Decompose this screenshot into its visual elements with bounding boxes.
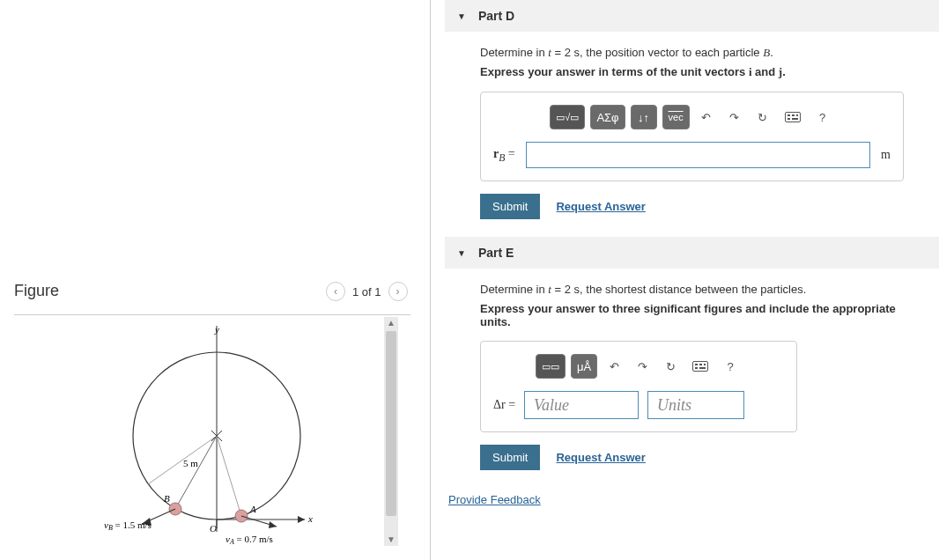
part-e-submit-button[interactable]: Submit [480,445,540,470]
subscript-button[interactable]: ↓↑ [631,105,657,129]
svg-marker-3 [298,516,305,523]
redo-button[interactable]: ↷ [723,105,746,129]
scroll-down-icon[interactable]: ▼ [387,534,396,546]
part-d-title: Part D [478,9,514,23]
figure-scrollbar[interactable]: ▲ ▼ [384,317,398,546]
keyboard-button[interactable] [687,354,713,379]
svg-line-8 [175,436,217,509]
keyboard-button[interactable] [780,105,806,129]
reset-button[interactable]: ↻ [751,105,774,129]
svg-text:A: A [249,504,256,514]
figure-divider [14,314,410,315]
part-e-instruction: Express your answer to three significant… [480,302,904,328]
svg-text:O: O [210,523,217,534]
figure-image: y x 5 m O A [14,317,384,553]
figure-heading: Figure [14,282,59,300]
caret-down-icon: ▼ [457,248,466,258]
part-e-units-input[interactable]: Units [647,391,744,419]
figure-pager: 1 of 1 [352,285,381,298]
templates-button[interactable]: ▭√▭ [550,105,585,129]
svg-text:5 m: 5 m [183,458,198,468]
keyboard-icon [785,112,801,122]
svg-text:B: B [164,493,170,504]
part-d-prompt: Determine in t = 2 s, the position vecto… [480,46,904,60]
part-e-value-input[interactable]: Value [524,391,639,419]
svg-line-10 [148,436,217,484]
svg-line-9 [217,436,241,516]
keyboard-icon [692,361,708,372]
part-e-variable-label: Δr = [493,398,515,412]
part-e-prompt: Determine in t = 2 s, the shortest dista… [480,283,904,297]
part-e-title: Part E [478,246,514,260]
figure-next-button[interactable]: › [388,282,408,301]
part-e-request-answer-link[interactable]: Request Answer [556,451,645,464]
scroll-up-icon[interactable]: ▲ [387,317,396,329]
part-e-header[interactable]: ▼ Part E [445,237,939,269]
help-button[interactable]: ? [719,354,742,379]
help-button[interactable]: ? [811,105,834,129]
reset-button[interactable]: ↻ [659,354,682,379]
svg-text:y: y [214,324,219,335]
units-symbols-button[interactable]: μÅ [571,354,597,379]
part-d-answer-input[interactable] [526,142,870,168]
undo-button[interactable]: ↶ [603,354,625,379]
part-d-instruction: Express your answer in terms of the unit… [480,65,904,79]
figure-prev-button[interactable]: ‹ [326,282,345,301]
caret-down-icon: ▼ [457,11,466,21]
svg-text:x: x [307,513,313,524]
part-d-unit: m [881,148,891,162]
templates-button[interactable]: ▭▭ [536,354,566,379]
svg-text:vA = 0.7 m/s: vA = 0.7 m/s [226,534,273,546]
part-d-submit-button[interactable]: Submit [480,194,540,219]
part-d-request-answer-link[interactable]: Request Answer [556,200,645,213]
part-d-variable-label: rB = [493,147,515,164]
panel-divider [430,0,431,560]
undo-button[interactable]: ↶ [695,105,718,129]
vector-button[interactable]: vec [662,105,690,129]
greek-button[interactable]: ΑΣφ [590,105,625,129]
provide-feedback-link[interactable]: Provide Feedback [448,493,541,506]
redo-button[interactable]: ↷ [631,354,654,379]
scroll-thumb[interactable] [386,331,396,516]
part-d-answer-box: ▭√▭ ΑΣφ ↓↑ vec ↶ ↷ ↻ ? rB = m [480,92,904,181]
part-d-header[interactable]: ▼ Part D [445,0,939,32]
svg-text:vB = 1.5 m/s: vB = 1.5 m/s [104,519,152,532]
svg-marker-17 [269,521,277,528]
part-e-answer-box: ▭▭ μÅ ↶ ↷ ↻ ? Δr = Value Units [480,341,797,432]
